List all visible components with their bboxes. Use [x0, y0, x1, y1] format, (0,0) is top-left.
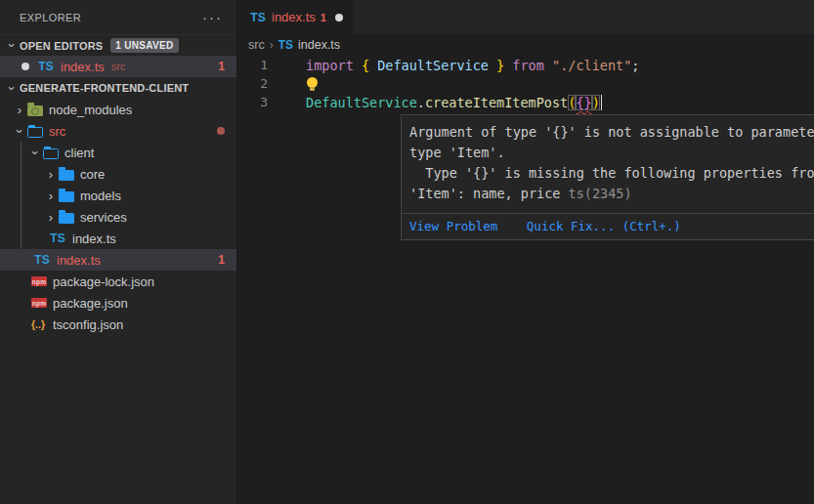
tree-item-label: package.json — [53, 296, 128, 311]
chevron-right-icon: › — [12, 103, 27, 117]
tab-bar: TS index.ts 1 — [237, 0, 814, 34]
breadcrumb: src › TS index.ts — [237, 34, 814, 56]
tree-item-label: node_modules — [49, 103, 132, 117]
modified-indicator-icon — [217, 127, 225, 135]
line-number: 3 — [237, 95, 306, 109]
folder-icon — [59, 170, 74, 181]
dirty-dot-icon[interactable] — [335, 14, 343, 21]
more-actions-icon[interactable]: ··· — [202, 13, 223, 22]
code-line-2: 2 — [237, 74, 814, 93]
typescript-icon: TS — [278, 38, 293, 52]
tree-item-core[interactable]: › core — [0, 163, 236, 185]
tree-item-src[interactable]: › src — [0, 120, 236, 142]
view-problem-link[interactable]: View Problem — [409, 219, 497, 233]
tree-item-node-modules[interactable]: › node_modules — [0, 99, 236, 120]
tree-item-label: index.ts — [72, 231, 116, 246]
tab-index-ts[interactable]: TS index.ts 1 — [237, 0, 353, 34]
tree-item-package-lock-json[interactable]: npm package-lock.json — [0, 271, 236, 292]
chevron-down-icon: › — [28, 145, 43, 160]
typescript-icon: TS — [37, 60, 55, 73]
json-braces-icon: {..} — [29, 318, 47, 330]
chevron-right-icon: › — [43, 189, 59, 203]
explorer-header: EXPLORER ··· — [0, 0, 236, 34]
npm-icon: npm — [31, 298, 47, 308]
tree-item-src-index-ts[interactable]: TS index.ts 1 — [0, 249, 236, 271]
tree-item-models[interactable]: › models — [0, 185, 236, 206]
vscode-window: EXPLORER ··· › OPEN EDITORS 1 UNSAVED TS… — [0, 0, 814, 504]
error-code: ts(2345) — [569, 186, 632, 201]
open-folder-icon — [27, 127, 43, 138]
error-hover-tooltip: Argument of type '{}' is not assignable … — [401, 114, 814, 240]
tree-item-label: models — [80, 189, 121, 203]
tab-error-count: 1 — [321, 12, 326, 23]
explorer-sidebar: EXPLORER ··· › OPEN EDITORS 1 UNSAVED TS… — [0, 0, 237, 504]
tree-item-label: services — [80, 210, 127, 225]
chevron-down-icon: › — [5, 80, 20, 96]
chevron-right-icon: › — [43, 210, 59, 225]
breadcrumb-file[interactable]: index.ts — [298, 38, 340, 52]
npm-icon: npm — [31, 276, 47, 286]
quick-fix-link[interactable]: Quick Fix... (Ctrl+.) — [527, 219, 681, 233]
open-editor-folder-detail: src — [111, 61, 126, 72]
tree-item-label: core — [80, 167, 105, 182]
open-editor-item-index-ts[interactable]: TS index.ts src 1 — [0, 56, 236, 77]
lightbulb-icon[interactable] — [307, 77, 318, 91]
tree-item-label: src — [49, 124, 65, 139]
chevron-down-icon: › — [13, 123, 27, 139]
chevron-right-icon: › — [43, 167, 59, 182]
workspace-root-label: GENERATE-FRONTEND-CLIENT — [20, 82, 189, 94]
line-number: 1 — [237, 58, 306, 72]
modified-dot-icon — [21, 63, 29, 70]
error-squiggle-target: {} — [576, 95, 591, 110]
tree-item-services[interactable]: › services — [0, 206, 236, 228]
code-line-1: 1 import { DefaultService } from "./clie… — [237, 56, 814, 74]
node-modules-folder-icon — [27, 105, 43, 116]
open-folder-icon — [43, 148, 59, 159]
hover-actions: View Problem Quick Fix... (Ctrl+.) — [402, 213, 814, 239]
unsaved-badge: 1 UNSAVED — [110, 38, 178, 53]
workspace-root-header[interactable]: › GENERATE-FRONTEND-CLIENT — [0, 77, 236, 99]
tree-item-tsconfig-json[interactable]: {..} tsconfig.json — [0, 314, 236, 335]
code-line-3: 3 DefaultService.createItemItemPost({}) — [237, 93, 814, 111]
open-editors-header[interactable]: › OPEN EDITORS 1 UNSAVED — [0, 34, 236, 56]
breadcrumb-folder[interactable]: src — [248, 38, 265, 52]
open-editors-label: OPEN EDITORS — [20, 40, 103, 52]
tree-item-label: package-lock.json — [53, 274, 154, 289]
typescript-icon: TS — [33, 253, 51, 267]
explorer-title: EXPLORER — [20, 12, 81, 23]
tree-item-client-index-ts[interactable]: TS index.ts — [0, 228, 236, 249]
editor-group: TS index.ts 1 src › TS index.ts 1 import… — [237, 0, 814, 504]
chevron-down-icon: › — [5, 38, 20, 54]
tree-item-label: tsconfig.json — [53, 317, 123, 332]
folder-icon — [59, 213, 74, 224]
typescript-icon: TS — [49, 231, 66, 245]
error-count-badge: 1 — [218, 253, 225, 267]
error-message: Argument of type '{}' is not assignable … — [402, 115, 814, 213]
breadcrumb-separator-icon: › — [270, 38, 274, 52]
typescript-icon: TS — [249, 11, 267, 24]
tree-item-client[interactable]: › client — [0, 142, 236, 163]
error-count-badge: 1 — [218, 60, 225, 73]
text-cursor — [601, 95, 603, 110]
tree-item-label: index.ts — [57, 253, 101, 268]
folder-icon — [59, 191, 74, 202]
tree-item-package-json[interactable]: npm package.json — [0, 292, 236, 314]
code-editor[interactable]: 1 import { DefaultService } from "./clie… — [237, 56, 814, 504]
open-editor-filename: index.ts — [61, 60, 105, 74]
tab-label: index.ts — [272, 10, 316, 24]
line-number: 2 — [237, 76, 306, 91]
tree-item-label: client — [64, 146, 94, 160]
